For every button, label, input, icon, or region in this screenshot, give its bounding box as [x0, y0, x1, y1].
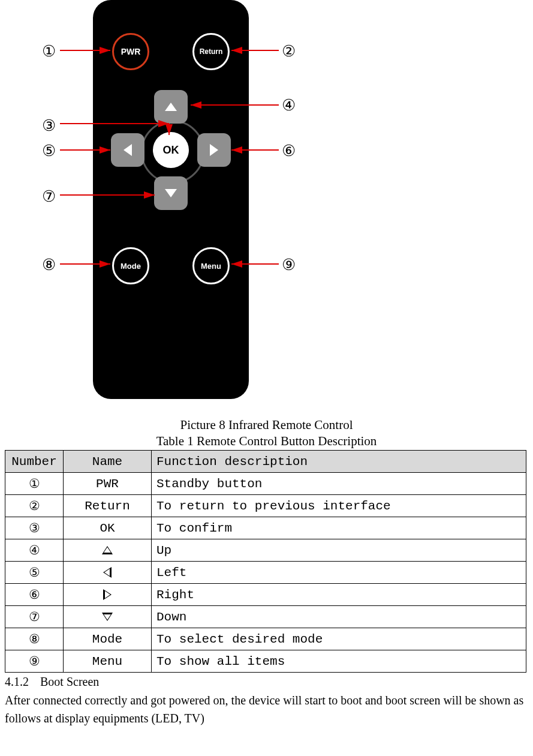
callout-1: ①	[42, 42, 56, 61]
col-name: Name	[64, 451, 152, 473]
down-icon	[165, 189, 177, 197]
cell-name: PWR	[64, 473, 152, 495]
cell-desc: Up	[152, 539, 526, 562]
table-row: ⑨MenuTo show all items	[5, 650, 526, 673]
table-row: ①PWRStandby button	[5, 473, 526, 495]
section-heading: 4.1.2 Boot Screen	[5, 675, 528, 689]
cell-number: ①	[5, 473, 64, 495]
up-triangle-icon	[102, 546, 113, 554]
cell-name: OK	[64, 517, 152, 539]
left-triangle-icon	[103, 567, 112, 578]
dpad-down-button	[154, 176, 188, 210]
cell-number: ⑦	[5, 606, 64, 628]
col-number: Number	[5, 451, 64, 473]
return-label: Return	[200, 47, 223, 56]
ok-button: OK	[153, 132, 189, 168]
table-row: ③OKTo confirm	[5, 517, 526, 539]
callout-8: ⑧	[42, 256, 56, 274]
return-button: Return	[192, 33, 230, 70]
callout-3: ③	[42, 116, 56, 135]
menu-label: Menu	[201, 262, 221, 271]
cell-desc: To return to previous interface	[152, 495, 526, 517]
cell-number: ⑧	[5, 628, 64, 650]
cell-desc: To show all items	[152, 650, 526, 673]
section-title: Boot Screen	[40, 675, 99, 688]
dpad: OK	[111, 90, 231, 210]
right-triangle-icon	[103, 589, 112, 600]
cell-name	[64, 562, 152, 584]
mode-label: Mode	[121, 262, 141, 271]
callout-arrows	[0, 0, 533, 414]
mode-button: Mode	[112, 247, 149, 284]
cell-name: Return	[64, 495, 152, 517]
section-number: 4.1.2	[5, 675, 37, 689]
cell-desc: Down	[152, 606, 526, 628]
table-row: ⑧ModeTo select desired mode	[5, 628, 526, 650]
cell-desc: Left	[152, 562, 526, 584]
pwr-button: PWR	[112, 33, 149, 70]
cell-number: ⑥	[5, 584, 64, 606]
right-icon	[210, 144, 218, 156]
cell-number: ⑨	[5, 650, 64, 673]
table-row: ⑤Left	[5, 562, 526, 584]
callout-6: ⑥	[282, 142, 296, 160]
table-header-row: Number Name Function description	[5, 451, 526, 473]
remote-body: PWR Return OK Mode Menu	[93, 0, 249, 399]
cell-number: ⑤	[5, 562, 64, 584]
callouts: ① ② ③ ④ ⑤ ⑥ ⑦ ⑧ ⑨	[0, 0, 533, 414]
callout-4: ④	[282, 96, 296, 115]
cell-number: ③	[5, 517, 64, 539]
down-triangle-icon	[102, 613, 113, 621]
col-desc: Function description	[152, 451, 526, 473]
table-row: ②ReturnTo return to previous interface	[5, 495, 526, 517]
remote-diagram: PWR Return OK Mode Menu	[0, 0, 533, 414]
cell-number: ②	[5, 495, 64, 517]
left-icon	[124, 144, 132, 156]
callout-7: ⑦	[42, 187, 56, 206]
table-caption: Table 1 Remote Control Button Descriptio…	[0, 434, 533, 449]
dpad-right-button	[197, 133, 231, 167]
cell-desc: Right	[152, 584, 526, 606]
table-row: ⑦Down	[5, 606, 526, 628]
section-paragraph: After connected correctly and got powere…	[5, 691, 528, 727]
table-row: ⑥Right	[5, 584, 526, 606]
cell-desc: To select desired mode	[152, 628, 526, 650]
pwr-label: PWR	[121, 47, 141, 56]
cell-name	[64, 584, 152, 606]
cell-name: Menu	[64, 650, 152, 673]
dpad-left-button	[111, 133, 144, 167]
up-icon	[165, 103, 177, 111]
cell-desc: To confirm	[152, 517, 526, 539]
cell-number: ④	[5, 539, 64, 562]
ok-label: OK	[163, 144, 179, 157]
cell-name	[64, 606, 152, 628]
cell-name	[64, 539, 152, 562]
picture-caption: Picture 8 Infrared Remote Control	[0, 418, 533, 433]
cell-desc: Standby button	[152, 473, 526, 495]
callout-2: ②	[282, 42, 296, 61]
callout-5: ⑤	[42, 142, 56, 160]
cell-name: Mode	[64, 628, 152, 650]
button-description-table: Number Name Function description ①PWRSta…	[5, 450, 526, 673]
menu-button: Menu	[192, 247, 230, 284]
dpad-up-button	[154, 90, 188, 124]
table-row: ④Up	[5, 539, 526, 562]
callout-9: ⑨	[282, 256, 296, 274]
